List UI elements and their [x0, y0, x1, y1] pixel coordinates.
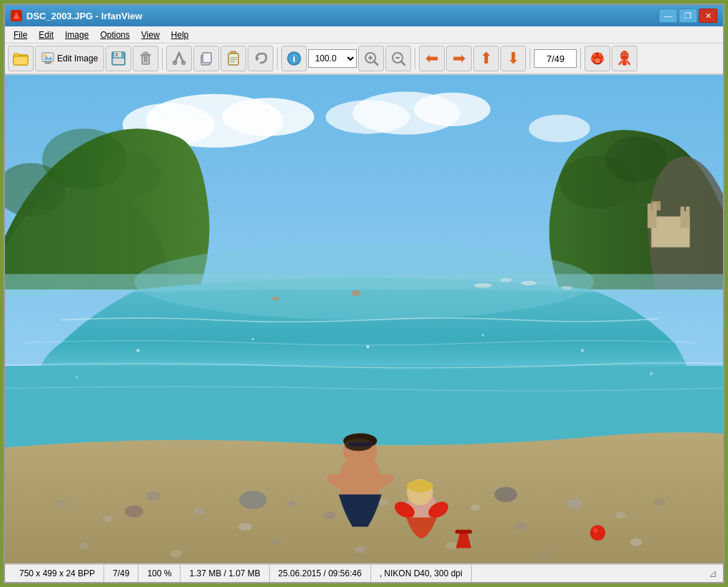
svg-point-61 [325, 100, 410, 133]
svg-marker-30 [256, 56, 259, 61]
svg-point-118 [482, 334, 484, 336]
svg-point-110 [500, 278, 512, 282]
rotate-right-button[interactable]: ⬇ [500, 46, 526, 71]
svg-point-121 [649, 372, 652, 375]
main-window: DSC_2003.JPG - IrfanView — ❐ ✕ File Edit… [4, 4, 724, 583]
delete-button[interactable] [133, 46, 158, 71]
menu-edit[interactable]: Edit [33, 29, 59, 41]
menubar: File Edit Image Options View Help [5, 26, 723, 44]
svg-point-60 [414, 93, 490, 126]
zoom-select[interactable]: 25.0 50.0 75.0 100.0 150.0 200.0 [308, 49, 357, 68]
svg-rect-5 [42, 53, 54, 61]
svg-line-36 [374, 61, 378, 65]
svg-rect-129 [686, 207, 689, 213]
svg-point-109 [474, 283, 492, 287]
svg-point-45 [595, 58, 600, 63]
svg-point-105 [407, 480, 433, 492]
svg-point-72 [146, 491, 161, 501]
svg-rect-127 [653, 203, 657, 210]
separator-1 [162, 48, 163, 69]
save-button[interactable] [106, 46, 131, 71]
zoom-out-button[interactable] [385, 46, 411, 71]
svg-text:i: i [293, 53, 296, 64]
svg-rect-13 [113, 58, 124, 64]
svg-point-49 [622, 53, 623, 55]
cut-button[interactable] [166, 46, 192, 71]
separator-5 [580, 48, 581, 69]
svg-rect-24 [203, 53, 211, 63]
undo-button[interactable] [248, 46, 273, 71]
svg-rect-18 [146, 56, 148, 62]
close-button[interactable]: ✕ [699, 9, 717, 23]
svg-point-43 [591, 57, 594, 61]
status-page: 7/49 [104, 565, 138, 582]
svg-point-82 [615, 512, 626, 519]
menu-image[interactable]: Image [59, 29, 94, 41]
svg-point-112 [562, 286, 572, 290]
app-icon [11, 10, 22, 21]
svg-rect-28 [230, 59, 237, 61]
separator-2 [277, 48, 278, 69]
titlebar-left: DSC_2003.JPG - IrfanView [11, 10, 142, 21]
svg-point-95 [593, 529, 597, 533]
properties-button[interactable] [585, 46, 610, 71]
svg-point-113 [352, 290, 361, 297]
menu-options[interactable]: Options [94, 29, 135, 41]
image-area [5, 75, 723, 563]
svg-point-92 [495, 487, 517, 502]
toolbar: Edit Image [5, 44, 723, 75]
copy-button[interactable] [193, 46, 219, 71]
titlebar-buttons: — ❐ ✕ [659, 9, 717, 23]
svg-point-114 [272, 296, 280, 300]
svg-point-94 [590, 525, 605, 540]
resize-handle[interactable]: ⊿ [709, 568, 717, 579]
irfanview-button[interactable] [612, 46, 637, 71]
minimize-button[interactable]: — [659, 9, 677, 23]
zoom-in-button[interactable] [358, 46, 384, 71]
svg-point-93 [125, 505, 143, 517]
svg-point-57 [222, 98, 314, 136]
svg-point-74 [238, 523, 252, 531]
svg-point-44 [601, 57, 604, 61]
prev-button[interactable]: ⬅ [419, 46, 445, 71]
svg-rect-9 [45, 63, 51, 64]
statusbar: 750 x 499 x 24 BPP 7/49 100 % 1.37 MB / … [5, 563, 723, 582]
restore-button[interactable]: ❐ [679, 9, 697, 23]
open-button[interactable] [8, 46, 34, 71]
svg-rect-100 [349, 442, 372, 446]
svg-point-91 [239, 491, 267, 509]
svg-line-53 [620, 61, 622, 64]
paste-button[interactable] [221, 46, 246, 71]
edit-image-button[interactable]: Edit Image [35, 46, 104, 71]
menu-help[interactable]: Help [166, 29, 195, 41]
svg-point-67 [605, 136, 667, 182]
photo-display [5, 75, 723, 563]
status-filesize: 1.37 MB / 1.07 MB [181, 565, 269, 582]
svg-point-81 [567, 499, 582, 509]
svg-rect-8 [44, 61, 52, 63]
svg-point-41 [593, 53, 597, 57]
svg-point-116 [252, 338, 254, 340]
svg-rect-108 [455, 530, 472, 534]
separator-4 [530, 48, 530, 69]
svg-point-89 [540, 551, 549, 557]
info-button[interactable]: i [281, 46, 307, 71]
svg-point-117 [366, 345, 369, 348]
rotate-left-button[interactable]: ⬆ [473, 46, 499, 71]
svg-rect-12 [116, 53, 118, 56]
svg-point-75 [287, 501, 296, 507]
next-button[interactable]: ➡ [446, 46, 472, 71]
menu-file[interactable]: File [8, 29, 33, 41]
svg-point-87 [355, 546, 365, 553]
menu-view[interactable]: View [136, 29, 166, 41]
svg-rect-128 [680, 207, 684, 213]
svg-point-42 [599, 53, 602, 57]
svg-point-119 [581, 349, 584, 352]
titlebar: DSC_2003.JPG - IrfanView — ❐ ✕ [5, 5, 723, 26]
svg-point-51 [622, 56, 627, 58]
svg-point-79 [470, 504, 480, 511]
svg-point-62 [529, 115, 590, 143]
svg-rect-4 [14, 56, 28, 65]
svg-point-86 [272, 539, 280, 545]
svg-point-111 [521, 281, 536, 285]
